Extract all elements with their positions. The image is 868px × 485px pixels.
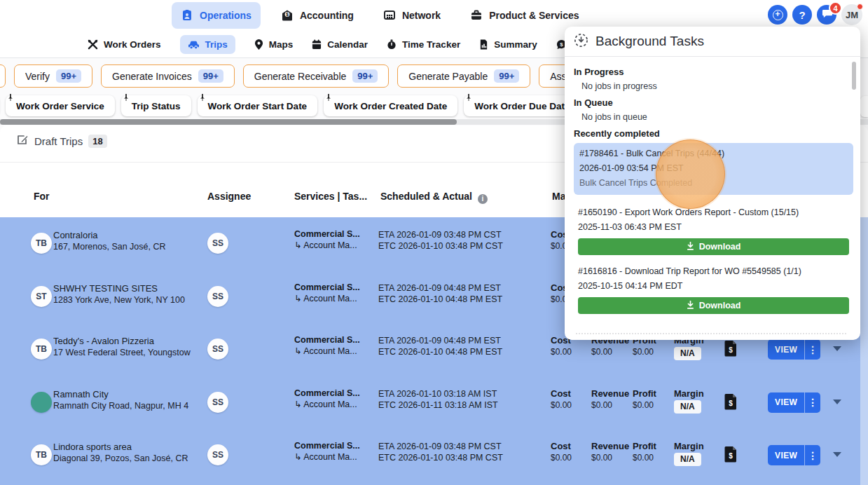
eta: ETA 2026-01-10 03:18 AM IST bbox=[378, 388, 498, 399]
customer-address: 17 West Federal Street, Youngstow bbox=[53, 348, 192, 357]
customer-avatar: ST bbox=[31, 286, 52, 307]
view-button[interactable]: VIEW bbox=[768, 345, 804, 355]
download-button[interactable]: Download bbox=[578, 238, 849, 255]
generate-receivable-button[interactable]: Generate Receivable 99+ bbox=[243, 64, 390, 88]
etc: ETC 2026-01-11 03:18 AM IST bbox=[378, 399, 498, 411]
vertical-scrollbar-track[interactable] bbox=[860, 217, 868, 485]
customer-name: Ramnath City bbox=[53, 389, 192, 399]
recently-completed-heading: Recently completed bbox=[574, 128, 853, 139]
clipped-chip-edge[interactable] bbox=[860, 96, 868, 117]
etc: ETC 2026-01-10 03:48 PM CST bbox=[378, 452, 503, 463]
etc: ETC 2026-01-10 03:48 PM CST bbox=[378, 240, 503, 252]
service-name: Commercial S... bbox=[294, 228, 360, 240]
in-queue-empty-text: No jobs in queue bbox=[581, 112, 853, 122]
info-icon[interactable]: i bbox=[478, 194, 488, 204]
in-progress-empty-text: No jobs in progress bbox=[581, 81, 853, 91]
tab-product-services[interactable]: Product & Services bbox=[461, 2, 588, 29]
horizontal-scrollbar-thumb[interactable] bbox=[0, 119, 457, 125]
table-row[interactable]: Ramnath City Ramnath City Road, Nagpur, … bbox=[0, 376, 868, 430]
tab-label: Operations bbox=[200, 10, 252, 21]
customer-cell: Lindora sports area Diagonal 39, Pozos, … bbox=[53, 442, 192, 463]
chat-button[interactable]: 4 bbox=[817, 5, 836, 25]
column-header-assignee[interactable]: Assignee bbox=[207, 191, 251, 202]
pin-icon bbox=[326, 93, 331, 103]
user-avatar[interactable]: JM bbox=[841, 4, 862, 25]
filter-chip-work-order-due-date[interactable]: Work Order Due Date bbox=[464, 95, 580, 116]
subnav-label: Calendar bbox=[327, 39, 368, 50]
services-cell: Commercial S... ↳ Account Ma... bbox=[294, 440, 360, 463]
invoice-icon[interactable]: $ bbox=[724, 393, 738, 413]
column-header-margin[interactable]: Ma bbox=[552, 191, 565, 202]
verify-button[interactable]: Verify 99+ bbox=[14, 64, 92, 88]
service-name: Commercial S... bbox=[294, 388, 360, 399]
customer-avatar: TB bbox=[31, 444, 52, 465]
calendar-icon bbox=[312, 39, 322, 50]
row-expand-caret[interactable] bbox=[833, 452, 841, 457]
generate-invoices-button[interactable]: Generate Invoices 99+ bbox=[101, 64, 235, 88]
table-row[interactable]: TB Lindora sports area Diagonal 39, Pozo… bbox=[0, 429, 868, 482]
more-options-icon[interactable]: ⋮ bbox=[805, 450, 820, 461]
chip-label: Work Order Service bbox=[16, 101, 104, 111]
eta: ETA 2026-01-09 04:48 PM EST bbox=[378, 335, 502, 346]
car-icon bbox=[188, 39, 200, 50]
section-header: Draft Trips 18 bbox=[17, 134, 107, 149]
column-header-services[interactable]: Services | Tas... bbox=[294, 191, 367, 202]
etc: ETC 2026-01-10 04:48 PM EST bbox=[378, 294, 502, 305]
download-icon bbox=[687, 301, 694, 311]
customer-address: Diagonal 39, Pozos, San José, CR bbox=[53, 453, 192, 463]
stopwatch-icon bbox=[387, 39, 397, 50]
clipped-action-button[interactable] bbox=[0, 64, 6, 88]
task-name: ↳ Account Ma... bbox=[294, 346, 360, 357]
top-right-icons: ? 4 JM bbox=[768, 4, 862, 25]
generate-payable-button[interactable]: Generate Payable 99+ bbox=[397, 64, 530, 88]
customer-address: Ramnath City Road, Nagpur, MH 4 bbox=[53, 401, 192, 411]
services-cell: Commercial S... ↳ Account Ma... bbox=[294, 388, 360, 410]
whats-new-button[interactable] bbox=[768, 5, 787, 25]
tab-network[interactable]: Network bbox=[374, 2, 450, 29]
subnav-maps[interactable]: Maps bbox=[254, 39, 294, 50]
subnav-time-tracker[interactable]: Time Tracker bbox=[387, 39, 460, 50]
chip-label: Work Order Start Date bbox=[208, 101, 308, 111]
invoice-icon[interactable]: $ bbox=[724, 340, 738, 360]
more-options-icon[interactable]: ⋮ bbox=[805, 397, 820, 408]
subnav-summary[interactable]: Summary bbox=[479, 39, 537, 50]
help-button[interactable]: ? bbox=[792, 5, 812, 25]
tab-accounting[interactable]: $ Accounting bbox=[272, 2, 363, 29]
task-timestamp: 2025-10-15 04:14 PM EDT bbox=[578, 281, 849, 291]
more-options-icon[interactable]: ⋮ bbox=[805, 344, 820, 355]
assignee-avatar: SS bbox=[207, 392, 228, 413]
schedule-cell: ETA 2026-01-09 04:48 PM EST ETC 2026-01-… bbox=[378, 282, 502, 305]
column-header-scheduled[interactable]: Scheduled & Actuali bbox=[380, 191, 488, 204]
filter-chip-work-order-service[interactable]: Work Order Service bbox=[6, 95, 115, 116]
task-title: #1650190 - Export Work Orders Report - C… bbox=[578, 207, 849, 217]
subnav-trips[interactable]: Trips bbox=[180, 35, 235, 54]
services-cell: Commercial S... ↳ Account Ma... bbox=[294, 228, 360, 251]
filter-chip-work-order-start-date[interactable]: Work Order Start Date bbox=[198, 95, 318, 116]
cost-cell: Cost$0.00 bbox=[551, 388, 572, 411]
filter-chip-work-order-created-date[interactable]: Work Order Created Date bbox=[324, 95, 457, 116]
task-item: #1616816 - Download Trip Report for WO #… bbox=[574, 262, 853, 314]
view-button[interactable]: VIEW bbox=[768, 397, 804, 407]
invoice-icon[interactable]: $ bbox=[724, 446, 738, 465]
customer-name: Teddy's - Avalon Pizzeria bbox=[53, 336, 192, 346]
download-label: Download bbox=[699, 242, 741, 252]
panel-title: Background Tasks bbox=[595, 34, 704, 49]
view-button[interactable]: VIEW bbox=[768, 451, 804, 460]
row-expand-caret[interactable] bbox=[833, 399, 841, 404]
view-button-group: VIEW ⋮ bbox=[768, 445, 820, 465]
subnav-calendar[interactable]: Calendar bbox=[312, 39, 368, 50]
services-cell: Commercial S... ↳ Account Ma... bbox=[294, 334, 360, 357]
subnav-work-orders[interactable]: Work Orders bbox=[88, 39, 161, 50]
customer-address: 167, Morenos, San José, CR bbox=[53, 242, 192, 252]
column-header-for[interactable]: For bbox=[34, 191, 50, 202]
customer-avatar: TB bbox=[31, 233, 52, 254]
cost-cell: Cost$0.00 bbox=[551, 440, 572, 464]
row-expand-caret[interactable] bbox=[833, 346, 841, 351]
download-button[interactable]: Download bbox=[578, 297, 849, 314]
schedule-cell: ETA 2026-01-10 03:18 AM IST ETC 2026-01-… bbox=[378, 388, 498, 411]
filter-chip-trip-status[interactable]: Trip Status bbox=[121, 95, 191, 116]
tab-operations[interactable]: Operations bbox=[172, 2, 261, 29]
task-name: ↳ Account Ma... bbox=[294, 240, 360, 251]
panel-scrollbar-thumb[interactable] bbox=[852, 62, 856, 90]
task-name: ↳ Account Ma... bbox=[294, 399, 360, 410]
